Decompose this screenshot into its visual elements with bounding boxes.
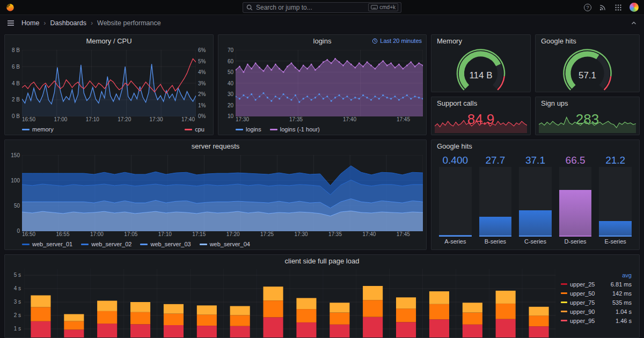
legend-column-avg[interactable]: avg xyxy=(561,271,632,280)
legend-label: upper_50 xyxy=(570,290,610,297)
legend-item-upper_95[interactable]: upper_951.46 s xyxy=(561,316,632,325)
bar-gauge[interactable]: 0.400A-series27.7B-series37.1C-series66.… xyxy=(431,153,639,249)
bar-value: 66.5 xyxy=(559,154,592,167)
bar-label: C-series xyxy=(519,237,552,246)
bar-value: 37.1 xyxy=(519,154,552,167)
legend-item-web-server-02[interactable]: web_server_02 xyxy=(81,241,131,247)
axis-tick-label: 2% xyxy=(198,91,210,97)
axis-tick-label: 6% xyxy=(198,47,210,53)
logins-chart[interactable]: 70605040302010 xyxy=(218,48,426,116)
search-input[interactable]: Search or jump to... cmd+k xyxy=(243,2,401,13)
axis-tick-label: 17:20 xyxy=(226,231,240,239)
bar-gauge-column-c-series[interactable]: 37.1C-series xyxy=(519,154,552,246)
axis-tick-label: 17:10 xyxy=(86,116,99,124)
support-calls-stat[interactable]: 84.9 xyxy=(431,110,530,135)
axis-tick-label: 17:45 xyxy=(397,231,410,239)
panel-title[interactable]: Support calls xyxy=(431,97,530,110)
legend-item-upper_90[interactable]: upper_901.04 s xyxy=(561,307,632,316)
panel-title[interactable]: Memory / CPU xyxy=(5,35,213,48)
axis-tick-label: 6 B xyxy=(8,64,20,70)
legend-label: logins (-1 hour) xyxy=(280,126,320,133)
bar-track xyxy=(559,167,592,236)
axis-tick-label: 17:10 xyxy=(158,231,172,239)
bar xyxy=(559,190,592,236)
legend-item-logins[interactable]: logins xyxy=(236,126,261,133)
bar-label: D-series xyxy=(559,237,592,246)
question-mark: ? xyxy=(584,4,591,11)
breadcrumb-home[interactable]: Home xyxy=(21,19,39,27)
panel-title[interactable]: client side full page load xyxy=(5,255,639,268)
axis-tick-label: 0% xyxy=(198,113,210,119)
legend: web_server_01web_server_02web_server_03w… xyxy=(5,239,426,249)
legend-item-web-server-03[interactable]: web_server_03 xyxy=(140,241,191,247)
axis-tick-label: 40 xyxy=(222,80,233,86)
server-requests-plot[interactable] xyxy=(22,155,423,231)
axis-tick-label: 50 xyxy=(8,203,20,209)
bar-gauge-column-b-series[interactable]: 27.7B-series xyxy=(479,154,512,246)
panel-title[interactable]: Memory xyxy=(431,35,530,48)
memory-cpu-plot[interactable] xyxy=(22,50,196,116)
grafana-logo[interactable] xyxy=(5,3,15,12)
sign-ups-stat[interactable]: 283 xyxy=(536,110,639,135)
legend-item-web-server-04[interactable]: web_server_04 xyxy=(200,241,250,247)
bar-gauge-column-e-series[interactable]: 21.2E-series xyxy=(599,154,632,246)
x-axis: 16:5017:0017:1017:2017:3017:40 xyxy=(22,116,195,124)
axis-tick-label: 17:40 xyxy=(343,116,356,124)
legend-swatch xyxy=(270,129,277,130)
axis-tick-label: 50 xyxy=(222,69,233,75)
logins-plot[interactable] xyxy=(236,50,423,116)
panel-title[interactable]: server requests xyxy=(5,140,426,153)
legend-item-upper_50[interactable]: upper_50142 ms xyxy=(561,289,632,298)
gauge-value: 114 B xyxy=(431,70,530,81)
grafana-logo-icon xyxy=(5,3,15,12)
y-axis-left: 8 B6 B4 B2 B0 B xyxy=(8,47,22,119)
legend-item-upper_75[interactable]: upper_75535 ms xyxy=(561,298,632,307)
apps-grid-icon[interactable] xyxy=(614,4,622,11)
legend-item-cpu[interactable]: cpu xyxy=(185,126,204,133)
axis-tick-label: 17:30 xyxy=(150,116,163,124)
bar-gauge-column-d-series[interactable]: 66.5D-series xyxy=(559,154,592,246)
user-avatar[interactable] xyxy=(630,3,639,12)
menu-icon[interactable] xyxy=(6,19,15,27)
axis-tick-label: 1% xyxy=(198,102,210,108)
axis-tick-label: 150 xyxy=(8,152,20,158)
legend-label: upper_75 xyxy=(570,299,610,306)
y-axis-left: 70605040302010 xyxy=(222,47,236,119)
bar-value: 0.400 xyxy=(439,154,472,167)
chevron-up-icon[interactable] xyxy=(630,19,638,27)
axis-tick-label: 16:50 xyxy=(22,231,35,239)
legend-item-upper_25[interactable]: upper_256.81 ms xyxy=(561,280,632,289)
memory-cpu-chart[interactable]: 8 B6 B4 B2 B0 B 6%5%4%3%2%1%0% xyxy=(5,48,213,116)
legend-label: web_server_01 xyxy=(32,241,72,247)
axis-tick-label: 4 B xyxy=(8,80,20,86)
rss-icon[interactable] xyxy=(599,3,607,11)
axis-tick-label: 4% xyxy=(198,69,210,75)
panel-title[interactable]: Google hits xyxy=(431,140,639,153)
time-range-link[interactable]: Last 20 minutes xyxy=(372,38,422,44)
panel-title[interactable]: Google hits xyxy=(536,35,639,48)
axis-tick-label: 2 s xyxy=(14,312,21,318)
google-hits-gauge[interactable]: 57.1 xyxy=(536,48,639,92)
breadcrumb-current: Website performance xyxy=(97,19,161,27)
axis-tick-label: 70 xyxy=(222,47,233,53)
breadcrumb-dashboards[interactable]: Dashboards xyxy=(50,19,86,27)
legend-item-memory[interactable]: memory xyxy=(22,126,54,133)
help-icon[interactable]: ? xyxy=(584,4,591,11)
panel-title[interactable]: Sign ups xyxy=(536,97,639,110)
clock-icon xyxy=(372,38,378,44)
axis-tick-label: 20 xyxy=(222,102,233,108)
legend-label: web_server_03 xyxy=(150,241,191,247)
axis-tick-label: 16:50 xyxy=(22,116,35,124)
client-load-plot[interactable] xyxy=(24,269,555,337)
legend-item-logins-1-hour[interactable]: logins (-1 hour) xyxy=(270,126,320,133)
legend-swatch xyxy=(185,129,192,130)
bar-track xyxy=(439,167,472,236)
stat-value: 84.9 xyxy=(431,111,530,128)
memory-gauge[interactable]: 114 B xyxy=(431,48,530,92)
panel-google-hits-bars: Google hits 0.400A-series27.7B-series37.… xyxy=(431,139,640,250)
legend-item-web-server-01[interactable]: web_server_01 xyxy=(22,241,72,247)
bar-gauge-column-a-series[interactable]: 0.400A-series xyxy=(439,154,472,246)
server-requests-chart[interactable]: 150100500 xyxy=(5,153,426,231)
gauge-arc xyxy=(431,48,530,92)
legend-label: upper_25 xyxy=(570,281,608,288)
